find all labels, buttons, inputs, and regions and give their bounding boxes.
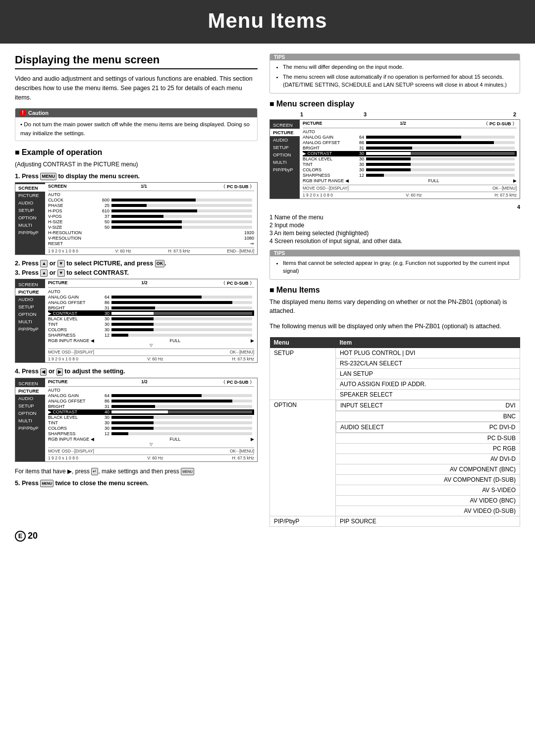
step-1: 1. Press MENU to display the menu screen… [15, 173, 258, 180]
item-pip-source: PIP SOURCE [335, 516, 520, 526]
tips-box-top: TIPS The menu will differ depending on t… [269, 53, 520, 94]
tips-body-right: Items that cannot be selected appear in … [270, 256, 520, 279]
sidebar-multi: MULTI [15, 221, 45, 229]
sidebar-picture: PICTURE [15, 192, 45, 199]
sidebar-option2: OPTION [15, 310, 45, 318]
item-audio-select: AUDIO SELECTPC DVI-D [336, 422, 520, 433]
item-pc-rgb: PC RGB [335, 443, 520, 454]
left-btn-4: ◀ [40, 368, 47, 376]
sidebar-screen-r: SCREEN [270, 121, 300, 129]
item-rs232: RS-232C/LAN SELECT [335, 358, 520, 368]
menu-row: COLORS30 [48, 426, 254, 431]
menu-row: ANALOG OFFSET86 [48, 300, 254, 305]
menu-row: BRIGHT31 [303, 146, 517, 151]
enter-btn: ↵ [91, 468, 98, 475]
label-3: 3 [364, 111, 367, 117]
menu-row: BLACK LEVEL30 [303, 156, 517, 162]
menu-title-bar-right: PICTURE 1/2 〈 PC D-SUB 〉 [303, 121, 517, 128]
caution-box: Caution • Do not turn the main power swi… [15, 108, 258, 141]
menu-row: SHARPNESS12 [48, 431, 254, 437]
sidebar-setup-r: SETUP [270, 144, 300, 151]
note-2: 2 Input mode [269, 222, 520, 229]
caution-header: Caution [15, 108, 257, 117]
sidebar-screen3: SCREEN [15, 380, 45, 387]
sidebar-pip2: PIP/PbyP [15, 325, 45, 333]
sidebar-audio2: AUDIO [15, 296, 45, 303]
sidebar-3: SCREEN PICTURE AUDIO SETUP OPTION MULTI … [15, 378, 45, 461]
item-bnc: BNC [335, 411, 520, 421]
menu-btn-final: MENU [181, 468, 194, 475]
caution-text: Do not turn the main power switch off wh… [20, 121, 250, 136]
tips-header-top: TIPS [270, 54, 520, 60]
menu-row: RGB INPUT RANGE ◀FULL▶ [303, 178, 517, 184]
tips-item: The menu will differ depending on the in… [283, 63, 515, 71]
sidebar-multi3: MULTI [15, 417, 45, 424]
menu-items-intro1: The displayed menu items vary depending … [269, 298, 520, 316]
down-btn-2: ▼ [57, 260, 65, 267]
item-speaker: SPEAKER SELECT [335, 389, 520, 400]
item-lan: LAN SETUP [335, 368, 520, 379]
sidebar-picture3: PICTURE [15, 387, 45, 395]
note-4: 4 Screen resolution of input signal, and… [269, 238, 520, 245]
item-pcd-sub: PC D-SUB [335, 433, 520, 443]
menu-row: ANALOG GAIN64 [303, 135, 517, 140]
sidebar-screen: SCREEN [15, 184, 45, 192]
item-av-video-bnc: AV VIDEO (BNC) [335, 495, 520, 505]
table-row-setup: SETUP HOT PLUG CONTROL | DVI [270, 348, 520, 358]
right-column: TIPS The menu will differ depending on t… [269, 53, 520, 527]
menu-row: ANALOG GAIN64 [48, 294, 254, 300]
label-4: 4 [269, 204, 520, 210]
menu-row: RGB INPUT RANGE ◀FULL▶ [48, 338, 254, 343]
tips-body-top: The menu will differ depending on the in… [270, 60, 520, 93]
menu-row: COLORS30 [48, 327, 254, 332]
menu-row: CLOCK600 [48, 198, 254, 203]
menu-option: OPTION [270, 400, 336, 516]
screen-display-wrap: 1 3 2 SCREEN PICTURE AUDIO SETUP OPTION … [269, 111, 520, 210]
menu-footer-right-b: 1 9 2 0 x 1 0 8 0 V: 60 Hz H: 67.5 kHz [303, 192, 517, 198]
menu-row: H-POS610 [48, 208, 254, 214]
menu-row: RGB INPUT RANGE ◀FULL▶ [48, 437, 254, 442]
screen-mockup-2: SCREEN PICTURE AUDIO SETUP OPTION MULTI … [15, 279, 258, 363]
menu-footer-2b: 1 9 2 0 x 1 0 8 0 V: 60 Hz H: 67.5 kHz [48, 355, 254, 361]
item-av-dvid: AV DVI-D [335, 454, 520, 464]
menu-footer-2: MOVE OSD···[DISPLAY] OK···[MENU] [48, 349, 254, 354]
menu-row: BLACK LEVEL30 [48, 316, 254, 321]
item-input-select: INPUT SELECTDVI [336, 400, 520, 411]
menu-screen-display-title: Menu screen display [269, 100, 520, 108]
section-title: Displaying the menu screen [15, 53, 258, 69]
sidebar-option-r: OPTION [270, 151, 300, 158]
sidebar-setup3: SETUP [15, 402, 45, 409]
menu-footer-1: 1 9 2 0 x 1 0 8 0 V: 60 Hz H: 67.5 kHz E… [48, 248, 254, 253]
menu-pip: PIP/PbyP [270, 516, 336, 526]
example-title: Example of operation [15, 148, 258, 157]
menu-items-intro2: The following menus will be displayed on… [269, 322, 520, 331]
tips-item: The menu screen will close automatically… [283, 73, 515, 89]
page-title: Menu Items [0, 9, 535, 33]
note-3: 3 An item being selected (highlighted) [269, 230, 520, 237]
menu-main-right: PICTURE 1/2 〈 PC D-SUB 〉 AUTO ANALOG GAI… [300, 120, 520, 199]
menu-row: ANALOG OFFSET86 [48, 399, 254, 404]
item-hotplug: HOT PLUG CONTROL | DVI [335, 348, 520, 358]
sidebar-pip-r: PIP/PbyP [270, 166, 300, 173]
page-footer: E 20 [0, 537, 535, 552]
sidebar-screen2: SCREEN [15, 281, 45, 288]
ok-btn-2: OK [155, 260, 165, 267]
menu-footer-3b: 1 9 2 0 x 1 0 8 0 V: 60 Hz H: 67.5 kHz [48, 454, 254, 460]
intro-text: Video and audio adjustment and settings … [15, 74, 258, 102]
item-av-video-dsub: AV VIDEO (D-SUB) [335, 505, 520, 516]
note-1: 1 Name of the menu [269, 214, 520, 221]
step-3: 3. Press ▲ or ▼ to select CONTRAST. [15, 269, 258, 277]
menu-row: H-SIZE50 [48, 219, 254, 225]
menu-row: AUTO [48, 388, 254, 393]
menu-button-5: MENU [40, 480, 54, 487]
tips-header-right: TIPS [270, 250, 520, 256]
table-row-pip: PIP/PbyP PIP SOURCE [270, 516, 520, 526]
right-btn-4: ▶ [56, 368, 63, 376]
down-btn-3: ▼ [57, 269, 65, 277]
screen-mockup-right: SCREEN PICTURE AUDIO SETUP OPTION MULTI … [269, 119, 520, 199]
menu-row: AUTO [48, 289, 254, 294]
label-2: 2 [513, 111, 516, 117]
caution-label: Caution [28, 110, 49, 116]
screen-mockup-1: SCREEN PICTURE AUDIO SETUP OPTION MULTI … [15, 182, 258, 255]
sidebar-picture-r: PICTURE [270, 129, 300, 136]
